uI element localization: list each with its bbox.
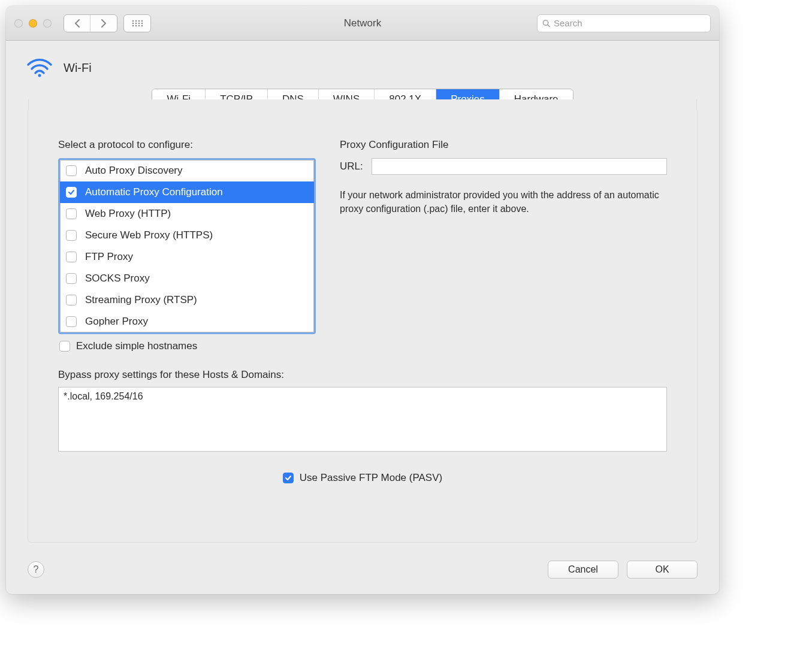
help-button[interactable]: ? <box>28 561 44 578</box>
search-icon <box>542 19 550 28</box>
protocol-row[interactable]: Gopher Proxy <box>60 311 314 332</box>
nav-back-forward <box>64 14 117 32</box>
search-field-container[interactable] <box>537 14 711 32</box>
wifi-icon <box>26 57 53 78</box>
svg-line-13 <box>548 25 550 26</box>
svg-point-11 <box>141 25 143 26</box>
svg-point-5 <box>135 22 137 24</box>
protocol-row[interactable]: FTP Proxy <box>60 246 314 268</box>
protocol-row[interactable]: Web Proxy (HTTP) <box>60 203 314 225</box>
forward-button[interactable] <box>90 15 117 32</box>
show-all-button[interactable] <box>123 14 151 32</box>
exclude-simple-hostnames-checkbox[interactable] <box>59 341 70 352</box>
svg-point-3 <box>141 20 143 22</box>
grid-icon <box>131 19 143 28</box>
protocol-label: Secure Web Proxy (HTTPS) <box>85 229 213 241</box>
protocol-checkbox[interactable] <box>66 295 77 305</box>
proxies-panel: Select a protocol to configure: Auto Pro… <box>28 110 698 543</box>
protocol-row[interactable]: SOCKS Proxy <box>60 268 314 289</box>
svg-point-2 <box>138 20 140 22</box>
pac-url-input[interactable] <box>372 158 667 175</box>
protocol-label: Automatic Proxy Configuration <box>85 186 223 198</box>
protocol-label: FTP Proxy <box>85 251 133 263</box>
svg-point-9 <box>135 25 137 26</box>
dialog-footer: ? Cancel OK <box>6 557 719 594</box>
protocol-row[interactable]: Auto Proxy Discovery <box>60 160 314 181</box>
protocol-label: Web Proxy (HTTP) <box>85 208 171 220</box>
protocol-checkbox[interactable] <box>66 208 77 219</box>
passive-ftp-row[interactable]: Use Passive FTP Mode (PASV) <box>58 472 667 484</box>
pac-help-text: If your network administrator provided y… <box>340 188 667 216</box>
cancel-button[interactable]: Cancel <box>548 561 618 579</box>
protocol-checkbox[interactable] <box>66 316 77 327</box>
zoom-window-button[interactable] <box>43 19 52 28</box>
interface-header: Wi-Fi <box>6 41 719 84</box>
select-protocol-label: Select a protocol to configure: <box>58 139 316 151</box>
bypass-label: Bypass proxy settings for these Hosts & … <box>58 369 667 381</box>
passive-ftp-checkbox[interactable] <box>283 473 294 483</box>
svg-point-8 <box>132 25 134 26</box>
svg-point-1 <box>135 20 137 22</box>
proxy-config-file-label: Proxy Configuration File <box>340 139 667 151</box>
protocol-list[interactable]: Auto Proxy DiscoveryAutomatic Proxy Conf… <box>58 158 316 334</box>
passive-ftp-label: Use Passive FTP Mode (PASV) <box>300 472 442 484</box>
svg-point-4 <box>132 22 134 24</box>
minimize-window-button[interactable] <box>29 19 37 28</box>
protocol-row[interactable]: Streaming Proxy (RTSP) <box>60 289 314 311</box>
protocol-checkbox[interactable] <box>66 187 77 198</box>
protocol-checkbox[interactable] <box>66 252 77 262</box>
bypass-hosts-input[interactable] <box>58 387 667 452</box>
exclude-simple-hostnames-row[interactable]: Exclude simple hostnames <box>59 340 316 352</box>
protocols-column: Select a protocol to configure: Auto Pro… <box>58 139 316 352</box>
protocol-row[interactable]: Automatic Proxy Configuration <box>60 181 314 203</box>
close-window-button[interactable] <box>14 19 23 28</box>
svg-point-14 <box>38 74 41 77</box>
exclude-simple-hostnames-label: Exclude simple hostnames <box>76 340 197 352</box>
search-input[interactable] <box>554 18 705 28</box>
window-traffic-lights <box>14 19 52 28</box>
protocol-label: SOCKS Proxy <box>85 273 150 284</box>
back-button[interactable] <box>64 15 90 32</box>
protocol-row[interactable]: Secure Web Proxy (HTTPS) <box>60 225 314 246</box>
svg-point-10 <box>138 25 140 26</box>
protocol-label: Auto Proxy Discovery <box>85 165 183 177</box>
protocol-checkbox[interactable] <box>66 230 77 241</box>
ok-button[interactable]: OK <box>627 561 698 579</box>
chevron-right-icon <box>100 19 107 28</box>
svg-point-6 <box>138 22 140 24</box>
network-preferences-window: Network Wi-Fi Wi-FiTCP/IPDNSWINS802.1XPr… <box>6 6 719 594</box>
titlebar: Network <box>6 6 719 41</box>
chevron-left-icon <box>74 19 81 28</box>
question-mark-icon: ? <box>34 564 39 575</box>
protocol-checkbox[interactable] <box>66 273 77 284</box>
url-label: URL: <box>340 161 363 172</box>
interface-name: Wi-Fi <box>64 61 92 75</box>
protocol-checkbox[interactable] <box>66 165 77 176</box>
protocol-label: Streaming Proxy (RTSP) <box>85 294 197 306</box>
protocol-label: Gopher Proxy <box>85 316 148 328</box>
config-column: Proxy Configuration File URL: If your ne… <box>340 139 667 352</box>
svg-point-7 <box>141 22 143 24</box>
svg-point-0 <box>132 20 134 22</box>
